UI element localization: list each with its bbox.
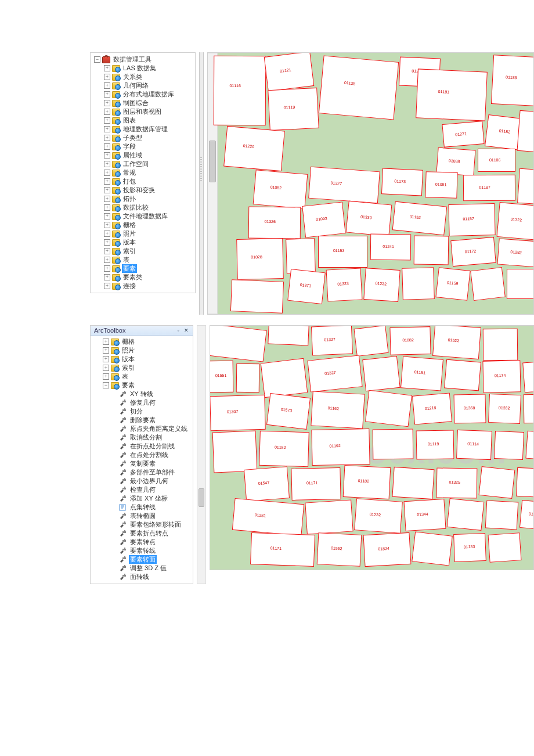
tree-item-label[interactable]: 地理数据库管理 bbox=[122, 125, 169, 134]
parcel[interactable] bbox=[522, 361, 534, 393]
tool-item-label[interactable]: 要素转面 bbox=[129, 555, 157, 564]
tree-item-label[interactable]: 栅格 bbox=[121, 337, 136, 346]
parcel[interactable] bbox=[210, 325, 267, 362]
expander-icon[interactable]: + bbox=[104, 135, 110, 141]
tool-item-label[interactable]: 取消线分割 bbox=[129, 433, 163, 442]
parcel[interactable]: 01218 bbox=[412, 393, 452, 424]
parcel[interactable]: 01222 bbox=[363, 268, 400, 302]
parcel[interactable]: 01282 bbox=[497, 238, 534, 267]
expander-icon[interactable]: + bbox=[104, 82, 110, 89]
parcel[interactable]: 01323 bbox=[326, 268, 363, 301]
parcel[interactable]: 01327 bbox=[308, 167, 380, 204]
expander-icon[interactable]: + bbox=[104, 239, 110, 246]
tree-item-label[interactable]: 工作空间 bbox=[122, 160, 150, 168]
parcel[interactable]: 01157 bbox=[448, 203, 495, 236]
tree-item-label[interactable]: 栅格 bbox=[122, 221, 137, 229]
expander-icon[interactable]: + bbox=[104, 74, 110, 80]
parcel[interactable]: 01562 bbox=[317, 532, 362, 567]
close-icon[interactable]: ✕ bbox=[183, 327, 189, 333]
tree-item-label[interactable]: 拓扑 bbox=[122, 195, 137, 203]
parcel[interactable]: 01271 bbox=[442, 121, 484, 147]
tool-item-label[interactable]: 切分 bbox=[129, 407, 144, 416]
expander-icon[interactable]: − bbox=[103, 382, 109, 388]
parcel[interactable] bbox=[444, 359, 481, 391]
tool-item-label[interactable]: 复制要素 bbox=[129, 459, 157, 468]
tree-item-label[interactable]: 属性域 bbox=[122, 151, 143, 160]
parcel[interactable] bbox=[517, 168, 534, 205]
parcel[interactable]: 01119 bbox=[268, 88, 319, 131]
expander-icon[interactable]: + bbox=[103, 347, 109, 354]
parcel[interactable] bbox=[516, 467, 534, 498]
parcel[interactable] bbox=[268, 325, 309, 346]
tree-item-label[interactable]: 关系类 bbox=[122, 73, 143, 81]
tool-item-label[interactable]: 在点处分割线 bbox=[129, 451, 169, 459]
parcel[interactable]: 01121 bbox=[264, 52, 315, 92]
parcel[interactable]: 01573 bbox=[266, 393, 311, 430]
parcel[interactable] bbox=[373, 429, 414, 460]
parcel[interactable]: 01232 bbox=[354, 498, 403, 533]
parcel[interactable]: 01327 bbox=[311, 325, 353, 356]
expander-icon[interactable]: + bbox=[104, 91, 110, 98]
parcel[interactable]: 01116 bbox=[214, 56, 266, 125]
parcel[interactable] bbox=[230, 279, 284, 314]
parcel[interactable]: 01187 bbox=[463, 175, 515, 201]
parcel[interactable] bbox=[261, 358, 308, 398]
parcel[interactable] bbox=[236, 363, 260, 393]
parcel[interactable]: 01106 bbox=[478, 149, 515, 172]
expander-icon[interactable]: + bbox=[104, 231, 110, 237]
parcel[interactable]: 01220 bbox=[223, 126, 285, 171]
parcel[interactable] bbox=[414, 236, 449, 265]
parcel[interactable] bbox=[488, 532, 521, 563]
tree-item-label[interactable]: 索引 bbox=[121, 363, 136, 372]
parcel[interactable]: 01327 bbox=[307, 355, 362, 392]
tree-item-label[interactable]: LAS 数据集 bbox=[122, 64, 157, 73]
parcel[interactable] bbox=[353, 325, 388, 357]
parcel[interactable]: 01173 bbox=[381, 168, 423, 196]
parcel[interactable] bbox=[470, 267, 506, 301]
tree-item-label[interactable]: 要素类 bbox=[122, 273, 143, 282]
parcel[interactable]: 01322 bbox=[497, 202, 534, 240]
expander-icon[interactable]: + bbox=[103, 356, 109, 362]
parcel[interactable]: 01171 bbox=[250, 532, 315, 567]
pin-icon[interactable]: ▫ bbox=[175, 327, 181, 333]
parcel[interactable]: 01182 bbox=[343, 465, 391, 499]
tree-item-label[interactable]: 要素 bbox=[121, 381, 136, 390]
parcel[interactable]: 01028 bbox=[236, 238, 284, 280]
parcel[interactable]: 01153 bbox=[318, 236, 367, 268]
map-view-upper[interactable]: 0111601121011190122001128012300118101183… bbox=[207, 52, 534, 315]
tool-item-label[interactable]: 删除要素 bbox=[129, 416, 157, 424]
tree-item-label[interactable]: 图表 bbox=[122, 116, 137, 125]
vertical-splitter[interactable] bbox=[199, 52, 204, 315]
parcel[interactable] bbox=[447, 498, 485, 531]
parcel[interactable] bbox=[392, 467, 434, 499]
parcel[interactable] bbox=[517, 110, 534, 152]
tree-item-label[interactable]: 字段 bbox=[122, 142, 137, 151]
parcel[interactable] bbox=[305, 499, 353, 534]
tree-item-label[interactable]: 投影和变换 bbox=[122, 186, 156, 195]
tree-item-label[interactable]: 分布式地理数据库 bbox=[122, 90, 175, 99]
parcel[interactable]: 01091 bbox=[425, 171, 457, 199]
expander-icon[interactable]: + bbox=[104, 257, 110, 263]
parcel[interactable]: 01373 bbox=[287, 269, 326, 304]
parcel[interactable]: 01551 bbox=[210, 361, 233, 393]
expander-icon[interactable]: + bbox=[103, 365, 109, 371]
parcel[interactable]: 01522 bbox=[432, 325, 481, 359]
parcel[interactable]: 01181 bbox=[416, 69, 488, 121]
tree-root-label[interactable]: 数据管理工具 bbox=[112, 55, 153, 64]
parcel[interactable]: 01325 bbox=[436, 467, 478, 498]
parcel[interactable]: 01330 bbox=[346, 201, 392, 237]
expander-icon[interactable]: + bbox=[104, 109, 110, 115]
expander-icon[interactable]: + bbox=[104, 100, 110, 106]
tree-item-label[interactable]: 版本 bbox=[121, 355, 136, 363]
expander-icon[interactable]: + bbox=[104, 283, 110, 289]
tree-item-label[interactable]: 图层和表视图 bbox=[122, 107, 163, 116]
parcel[interactable]: 011 bbox=[519, 500, 534, 530]
parcel[interactable]: 01093 bbox=[302, 201, 345, 237]
parcel[interactable] bbox=[286, 238, 316, 273]
tree-item-label[interactable]: 制图综合 bbox=[122, 99, 150, 107]
parcel[interactable]: 01174 bbox=[482, 360, 521, 393]
tool-item-label[interactable]: 要素转线 bbox=[129, 546, 157, 555]
parcel[interactable]: 01183 bbox=[491, 55, 534, 106]
expander-icon[interactable]: + bbox=[104, 222, 110, 228]
parcel[interactable]: 01182 bbox=[259, 431, 309, 467]
